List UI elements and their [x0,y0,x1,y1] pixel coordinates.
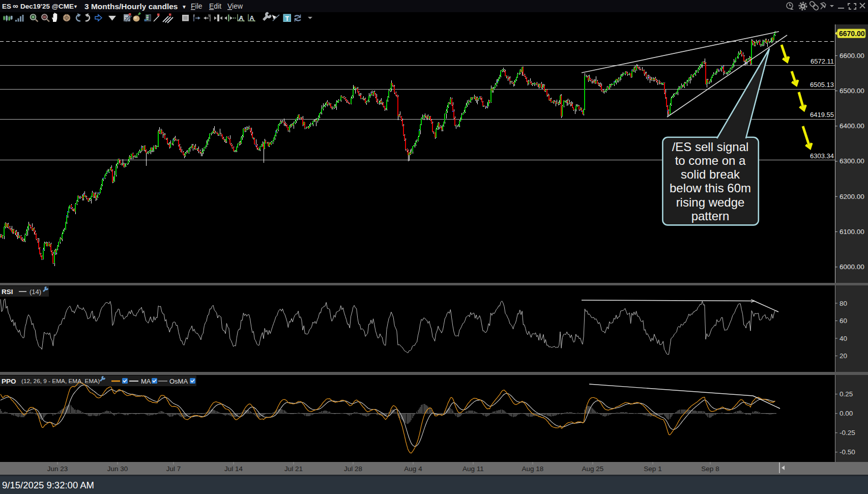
svg-text:(12, 26, 9 - EMA, EMA, EMA): (12, 26, 9 - EMA, EMA, EMA) [21,377,100,385]
svg-text:6200.00: 6200.00 [840,193,864,200]
svg-text:pattern: pattern [691,209,730,223]
svg-text:Jul 21: Jul 21 [284,465,303,473]
svg-text:to come on a: to come on a [675,154,746,167]
svg-text:6000.00: 6000.00 [840,263,864,271]
svg-text:6600.00: 6600.00 [840,52,864,60]
svg-text:ES: ES [2,3,11,10]
svg-text:80: 80 [840,300,847,307]
svg-text:rising wedge: rising wedge [676,195,745,209]
svg-text:View: View [227,2,243,10]
svg-text:60: 60 [840,317,847,325]
svg-text:6505.13: 6505.13 [810,81,834,89]
svg-text:Aug 25: Aug 25 [582,465,604,473]
svg-text:solid break: solid break [681,167,740,181]
svg-text:/ES sell signal: /ES sell signal [672,140,749,154]
svg-text:6100.00: 6100.00 [840,228,864,236]
svg-text:40: 40 [840,335,847,342]
svg-text:∞: ∞ [13,2,18,10]
svg-text:A: A [239,15,244,22]
svg-text:6670.00: 6670.00 [839,30,865,38]
svg-text:6303.34: 6303.34 [810,152,834,160]
svg-text:File: File [191,2,202,10]
svg-text:Jul 7: Jul 7 [166,465,181,473]
svg-text:PPO: PPO [2,377,16,385]
svg-text:Sep 1: Sep 1 [644,465,661,473]
svg-text:Dec19'25 @CME: Dec19'25 @CME [20,3,74,10]
svg-text:MA: MA [141,377,151,385]
svg-text:0.25: 0.25 [840,390,853,398]
svg-text:-0.50: -0.50 [840,448,855,456]
svg-text:Edit: Edit [209,2,221,10]
svg-text:Aug 18: Aug 18 [522,465,544,473]
svg-text:RSI: RSI [2,288,13,296]
svg-text:6419.55: 6419.55 [810,111,834,119]
svg-text:6500.00: 6500.00 [840,87,864,95]
svg-text:Sep 8: Sep 8 [701,465,719,473]
svg-text:Jun 23: Jun 23 [47,465,68,473]
svg-text:Aug 4: Aug 4 [404,465,422,473]
svg-text:20: 20 [840,352,847,360]
svg-text:-0.25: -0.25 [840,429,855,437]
svg-text:T: T [285,15,290,22]
svg-text:3 Months/Hourly candles: 3 Months/Hourly candles [84,2,178,11]
svg-text:6400.00: 6400.00 [840,122,864,130]
svg-text:below this 60m: below this 60m [670,181,751,195]
svg-text:A: A [250,15,254,22]
svg-text:(14): (14) [30,288,41,296]
svg-text:6300.00: 6300.00 [840,157,864,165]
svg-text:0.00: 0.00 [840,410,853,417]
svg-text:6572.11: 6572.11 [811,57,834,65]
svg-text:OsMA: OsMA [169,377,188,385]
svg-text:▼: ▼ [73,4,78,9]
svg-text:Aug 11: Aug 11 [462,465,484,473]
svg-text:▼: ▼ [182,4,187,10]
svg-text:Jun 30: Jun 30 [107,465,128,473]
svg-text:Jul 14: Jul 14 [224,465,243,473]
svg-text:Jul 28: Jul 28 [344,465,362,473]
svg-text:9/15/2025 9:32:00 AM: 9/15/2025 9:32:00 AM [2,480,94,490]
